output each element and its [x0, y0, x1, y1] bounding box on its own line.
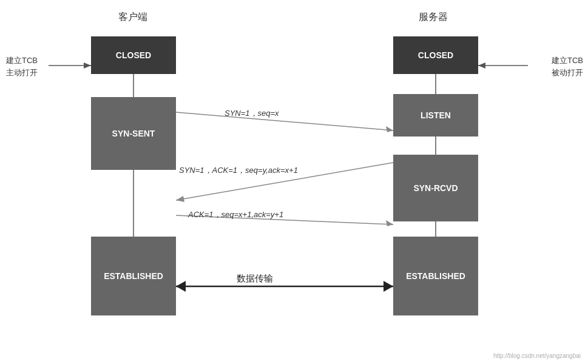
watermark: http://blog.csdn.net/yangzangbai — [493, 352, 581, 359]
left-annotation: 建立TCB 主动打开 — [6, 55, 38, 78]
client-label: 客户端 — [118, 11, 147, 24]
syn-sent-box: SYN-SENT — [91, 97, 176, 170]
tcp-handshake-diagram: 客户端 服务器 建立TCB 主动打开 建立TCB 被动打开 CLOSED CLO… — [0, 0, 588, 364]
client-established-box: ESTABLISHED — [91, 237, 176, 315]
svg-marker-17 — [478, 62, 485, 69]
syn-rcvd-box: SYN-RCVD — [393, 155, 478, 221]
arrows-svg — [0, 0, 588, 364]
syn-ack-label: SYN=1，ACK=1，seq=y,ack=x+1 — [179, 165, 298, 176]
svg-marker-8 — [176, 196, 184, 202]
syn-label: SYN=1，seq=x — [225, 108, 279, 119]
ack-label: ACK=1，seq=x+1,ack=y+1 — [188, 209, 283, 220]
server-label: 服务器 — [419, 11, 448, 24]
listen-box: LISTEN — [393, 94, 478, 136]
data-transfer-label: 数据传输 — [237, 273, 273, 285]
svg-marker-6 — [386, 126, 393, 132]
svg-marker-10 — [386, 220, 393, 226]
svg-marker-15 — [84, 62, 91, 69]
client-closed-box: CLOSED — [91, 36, 176, 74]
server-established-box: ESTABLISHED — [393, 237, 478, 315]
right-annotation: 建立TCB 被动打开 — [552, 55, 583, 78]
svg-line-5 — [176, 112, 393, 130]
server-closed-box: CLOSED — [393, 36, 478, 74]
svg-marker-13 — [384, 281, 393, 292]
svg-marker-12 — [176, 281, 186, 292]
